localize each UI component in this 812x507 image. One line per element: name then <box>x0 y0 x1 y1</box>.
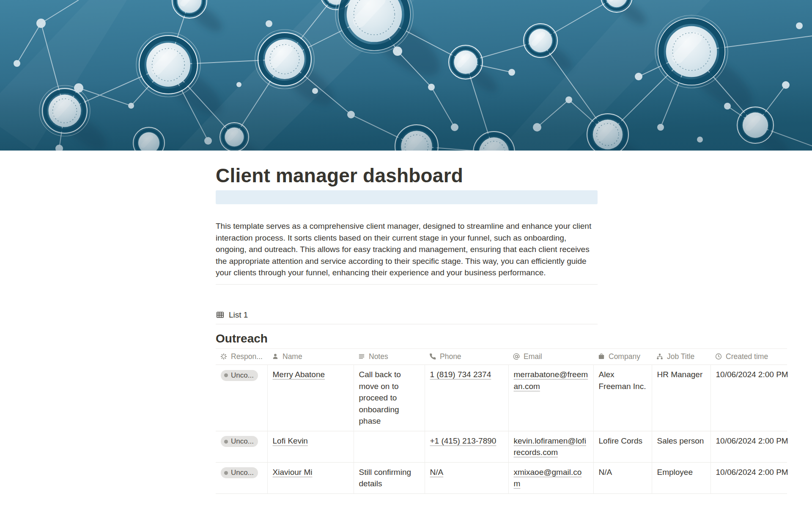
status-tag[interactable]: Unco... <box>221 370 258 381</box>
status-label: Unco... <box>231 370 254 381</box>
section-heading-outreach: Outreach <box>216 331 598 346</box>
cell-notes[interactable] <box>354 431 425 462</box>
cell-job_title[interactable]: Employee <box>652 462 710 493</box>
cell-created_time[interactable]: 10/06/2024 2:00 PM <box>710 462 787 493</box>
status-label: Unco... <box>231 467 254 479</box>
cell-company[interactable]: N/A <box>593 462 652 493</box>
page-description: This template serves as a comprehensive … <box>216 220 598 279</box>
phone-link[interactable]: 1 (819) 734 2374 <box>430 370 491 379</box>
name-link[interactable]: Merry Abatone <box>273 370 325 379</box>
briefcase-icon <box>598 353 605 360</box>
notes-icon <box>358 353 365 360</box>
cell-notes[interactable]: Still confirming details <box>354 462 425 493</box>
cell-name[interactable]: Xiaviour Mi <box>267 462 354 493</box>
cell-email[interactable]: kevin.lofiramen@lofirecords.com <box>508 431 593 462</box>
email-link[interactable]: xmixaoe@gmail.com <box>514 468 582 488</box>
table-header-row: Respon...NameNotesPhoneEmailCompanyJob T… <box>216 348 787 365</box>
cell-email[interactable]: merrabatone@freeman.com <box>508 365 593 431</box>
view-tab-list1[interactable]: List 1 <box>216 310 598 320</box>
cell-phone[interactable]: +1 (415) 213-7890 <box>425 431 508 462</box>
column-header-responsible[interactable]: Respon... <box>216 348 267 365</box>
cell-job_title[interactable]: Sales person <box>652 431 710 462</box>
page-content: Client manager dashboard This template s… <box>0 163 812 494</box>
column-header-label: Created time <box>726 352 768 361</box>
name-link[interactable]: Xiaviour Mi <box>273 468 313 477</box>
name-link[interactable]: Lofi Kevin <box>273 436 308 445</box>
person-icon <box>272 353 279 360</box>
column-header-label: Notes <box>369 352 388 361</box>
cover-image <box>0 0 812 151</box>
cell-created_time[interactable]: 10/06/2024 2:00 PM <box>710 431 787 462</box>
column-header-email[interactable]: Email <box>508 348 593 365</box>
outreach-table: Respon...NameNotesPhoneEmailCompanyJob T… <box>216 348 787 494</box>
status-spinner-icon <box>220 353 228 360</box>
clock-icon <box>715 353 722 360</box>
column-header-label: Email <box>524 352 542 361</box>
table-row: Unco...Merry AbatoneCall back to move on… <box>216 365 787 431</box>
column-header-company[interactable]: Company <box>593 348 652 365</box>
table-row: Unco...Lofi Kevin+1 (415) 213-7890kevin.… <box>216 431 787 462</box>
cell-name[interactable]: Merry Abatone <box>267 365 354 431</box>
divider <box>216 324 598 324</box>
column-header-label: Phone <box>440 352 461 361</box>
at-sign-icon <box>513 353 520 360</box>
cell-company[interactable]: Alex Freeman Inc. <box>593 365 652 431</box>
status-tag[interactable]: Unco... <box>221 436 258 447</box>
cell-phone[interactable]: 1 (819) 734 2374 <box>425 365 508 431</box>
highlighted-empty-block[interactable] <box>216 190 598 204</box>
page-title: Client manager dashboard <box>216 163 598 188</box>
column-header-label: Job Title <box>667 352 694 361</box>
cell-phone[interactable]: N/A <box>425 462 508 493</box>
cell-name[interactable]: Lofi Kevin <box>267 431 354 462</box>
phone-link[interactable]: N/A <box>430 468 444 477</box>
cell-responsible[interactable]: Unco... <box>216 462 267 493</box>
column-header-label: Respon... <box>231 352 263 361</box>
column-header-job_title[interactable]: Job Title <box>652 348 710 365</box>
cell-created_time[interactable]: 10/06/2024 2:00 PM <box>710 365 787 431</box>
view-tab-label: List 1 <box>229 310 248 320</box>
cell-responsible[interactable]: Unco... <box>216 431 267 462</box>
cell-email[interactable]: xmixaoe@gmail.com <box>508 462 593 493</box>
notion-page: Client manager dashboard This template s… <box>0 0 812 494</box>
network-cover-art <box>0 0 812 151</box>
cell-responsible[interactable]: Unco... <box>216 365 267 431</box>
cell-job_title[interactable]: HR Manager <box>652 365 710 431</box>
email-link[interactable]: kevin.lofiramen@lofirecords.com <box>514 436 586 457</box>
status-dot <box>224 440 228 444</box>
cell-company[interactable]: Lofire Cords <box>593 431 652 462</box>
column-header-name[interactable]: Name <box>267 348 354 365</box>
status-dot <box>224 471 228 475</box>
phone-icon <box>429 353 436 360</box>
column-header-label: Company <box>609 352 640 361</box>
divider <box>216 284 598 285</box>
status-tag[interactable]: Unco... <box>221 467 258 478</box>
table-row: Unco...Xiaviour MiStill confirming detai… <box>216 462 787 493</box>
cell-notes[interactable]: Call back to move on to proceed to onboa… <box>354 365 425 431</box>
status-label: Unco... <box>231 436 254 447</box>
phone-link[interactable]: +1 (415) 213-7890 <box>430 436 497 445</box>
email-link[interactable]: merrabatone@freeman.com <box>514 370 588 391</box>
column-header-created_time[interactable]: Created time <box>710 348 787 365</box>
column-header-notes[interactable]: Notes <box>354 348 425 365</box>
sitemap-icon <box>656 353 664 360</box>
column-header-label: Name <box>283 352 302 361</box>
column-header-phone[interactable]: Phone <box>425 348 508 365</box>
table-view-icon <box>216 310 225 319</box>
status-dot <box>224 373 228 377</box>
